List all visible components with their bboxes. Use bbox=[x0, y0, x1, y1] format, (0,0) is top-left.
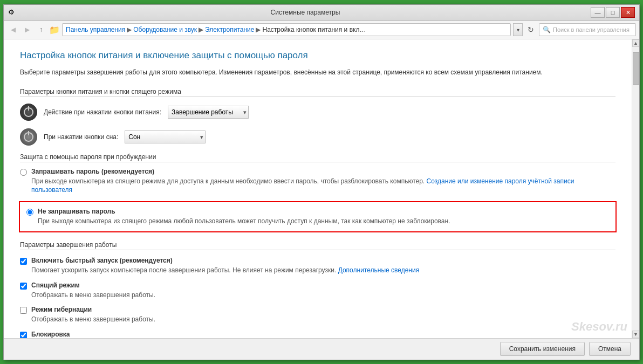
breadcrumb-bar: Панель управления ▶ Оборудование и звук … bbox=[62, 23, 511, 36]
breadcrumb-control-panel[interactable]: Панель управления bbox=[66, 26, 125, 33]
power-action-select-wrapper: Завершение работы Сон Ничего не делать bbox=[168, 106, 249, 119]
change-password-link[interactable]: Создание или изменение пароля учётной за… bbox=[31, 177, 574, 194]
hibernate-option: Режим гибернации Отображать в меню завер… bbox=[20, 306, 615, 324]
sleep-button-icon bbox=[20, 128, 37, 146]
password-section: Защита с помощью пароля при пробуждении … bbox=[20, 153, 615, 232]
sleep-mode-option: Спящий режим Отображать в меню завершени… bbox=[20, 281, 615, 300]
no-password-highlighted-box: Не запрашивать пароль При выходе компьют… bbox=[19, 201, 617, 232]
breadcrumb-sep-2: ▶ bbox=[199, 26, 203, 33]
title-bar: ⚙ Системные параметры — □ ✕ bbox=[4, 5, 639, 21]
address-dropdown[interactable]: ▾ bbox=[513, 23, 523, 36]
fast-boot-option: Включить быстрый запуск (рекомендуется) … bbox=[20, 257, 615, 275]
no-password-desc: При выходе компьютера из спящего режима … bbox=[38, 217, 450, 225]
fast-boot-checkbox[interactable] bbox=[20, 258, 27, 265]
watermark: Skesov.ru bbox=[571, 320, 627, 334]
fast-boot-link[interactable]: Дополнительные сведения bbox=[338, 266, 419, 274]
power-buttons-section-header: Параметры кнопки питания и кнопки спящег… bbox=[20, 88, 615, 97]
sleep-button-action-row: При нажатии кнопки сна: Сон Завершение р… bbox=[20, 128, 615, 146]
sleep-action-label: При нажатии кнопки сна: bbox=[44, 133, 118, 141]
scroll-up-arrow[interactable]: ▲ bbox=[632, 39, 640, 47]
ask-password-text: Запрашивать пароль (рекомендуется) При в… bbox=[31, 168, 615, 195]
system-parameters-window: ⚙ Системные параметры — □ ✕ ◀ ▶ ↑ 📁 Пане… bbox=[3, 4, 640, 360]
page-description: Выберите параметры завершения работы для… bbox=[20, 67, 615, 77]
search-placeholder: Поиск в панели управления bbox=[553, 26, 630, 33]
refresh-button[interactable]: ↻ bbox=[525, 24, 537, 36]
search-icon: 🔍 bbox=[543, 26, 551, 33]
forward-button[interactable]: ▶ bbox=[21, 24, 33, 36]
hibernate-checkbox[interactable] bbox=[20, 307, 27, 314]
content-area: Настройка кнопок питания и включение защ… bbox=[4, 39, 632, 338]
hibernate-text: Режим гибернации Отображать в меню завер… bbox=[31, 306, 155, 324]
shutdown-section-header: Параметры завершения работы bbox=[20, 241, 615, 250]
breadcrumb-hardware[interactable]: Оборудование и звук bbox=[133, 26, 197, 33]
ask-password-option: Запрашивать пароль (рекомендуется) При в… bbox=[20, 168, 615, 195]
no-password-bold: Не запрашивать пароль bbox=[38, 208, 450, 215]
window-title: Системные параметры bbox=[20, 9, 591, 16]
maximize-button[interactable]: □ bbox=[606, 7, 620, 18]
window-icon: ⚙ bbox=[8, 8, 17, 17]
minimize-button[interactable]: — bbox=[591, 7, 605, 18]
lock-bold: Блокировка bbox=[31, 331, 70, 338]
scrollbar: ▲ ▼ bbox=[632, 39, 639, 338]
breadcrumb-sep-3: ▶ bbox=[256, 26, 261, 33]
sleep-icon-inner bbox=[24, 132, 33, 142]
sleep-mode-bold: Спящий режим bbox=[31, 281, 155, 289]
sleep-mode-desc: Отображать в меню завершения работы. bbox=[31, 291, 155, 299]
back-button[interactable]: ◀ bbox=[7, 24, 19, 36]
power-icon-inner bbox=[24, 107, 33, 117]
no-password-option: Не запрашивать пароль При выходе компьют… bbox=[26, 208, 609, 226]
title-bar-buttons: — □ ✕ bbox=[591, 7, 635, 18]
ask-password-radio[interactable] bbox=[20, 169, 27, 176]
save-button[interactable]: Сохранить изменения bbox=[500, 342, 585, 356]
hibernate-desc: Отображать в меню завершения работы. bbox=[31, 315, 155, 323]
breadcrumb-sep-1: ▶ bbox=[127, 26, 132, 33]
no-password-radio[interactable] bbox=[26, 209, 33, 216]
power-button-icon bbox=[20, 104, 37, 121]
breadcrumb-current: Настройка кнопок питания и включение защ… bbox=[262, 26, 370, 33]
sleep-action-select-wrapper: Сон Завершение работы Ничего не делать bbox=[125, 131, 206, 143]
lock-option: Блокировка bbox=[20, 331, 615, 338]
footer-bar: Сохранить изменения Отмена bbox=[4, 338, 639, 360]
sleep-action-select[interactable]: Сон Завершение работы Ничего не делать bbox=[125, 131, 206, 143]
shutdown-section: Параметры завершения работы Включить быс… bbox=[20, 241, 615, 338]
password-section-header: Защита с помощью пароля при пробуждении bbox=[20, 153, 615, 162]
fast-boot-desc: Помогает ускорить запуск компьютера посл… bbox=[31, 266, 419, 274]
breadcrumb-power[interactable]: Электропитание bbox=[205, 26, 254, 33]
sleep-mode-text: Спящий режим Отображать в меню завершени… bbox=[31, 281, 155, 300]
main-area: Настройка кнопок питания и включение защ… bbox=[4, 39, 639, 338]
lock-checkbox[interactable] bbox=[20, 332, 27, 338]
address-bar: ◀ ▶ ↑ 📁 Панель управления ▶ Оборудование… bbox=[4, 21, 639, 39]
power-action-select[interactable]: Завершение работы Сон Ничего не делать bbox=[168, 106, 249, 119]
power-action-label: Действие при нажатии кнопки питания: bbox=[44, 108, 161, 116]
up-button[interactable]: ↑ bbox=[35, 24, 47, 36]
fast-boot-text: Включить быстрый запуск (рекомендуется) … bbox=[31, 257, 419, 275]
fast-boot-bold: Включить быстрый запуск (рекомендуется) bbox=[31, 257, 419, 264]
no-password-text: Не запрашивать пароль При выходе компьют… bbox=[38, 208, 450, 226]
hibernate-bold: Режим гибернации bbox=[31, 306, 155, 313]
scroll-down-arrow[interactable]: ▼ bbox=[632, 331, 640, 338]
power-button-action-row: Действие при нажатии кнопки питания: Зав… bbox=[20, 104, 615, 121]
ask-password-desc: При выходе компьютера из спящего режима … bbox=[31, 177, 574, 194]
lock-text: Блокировка bbox=[31, 331, 70, 338]
scroll-track bbox=[632, 47, 639, 331]
scroll-thumb[interactable] bbox=[633, 52, 639, 85]
search-box[interactable]: 🔍 Поиск в панели управления bbox=[539, 23, 636, 36]
close-button[interactable]: ✕ bbox=[621, 7, 635, 18]
page-title: Настройка кнопок питания и включение защ… bbox=[20, 50, 615, 61]
cancel-button[interactable]: Отмена bbox=[589, 342, 631, 356]
sleep-mode-checkbox[interactable] bbox=[20, 283, 27, 290]
ask-password-bold: Запрашивать пароль (рекомендуется) bbox=[31, 168, 615, 175]
folder-icon: 📁 bbox=[49, 25, 60, 35]
